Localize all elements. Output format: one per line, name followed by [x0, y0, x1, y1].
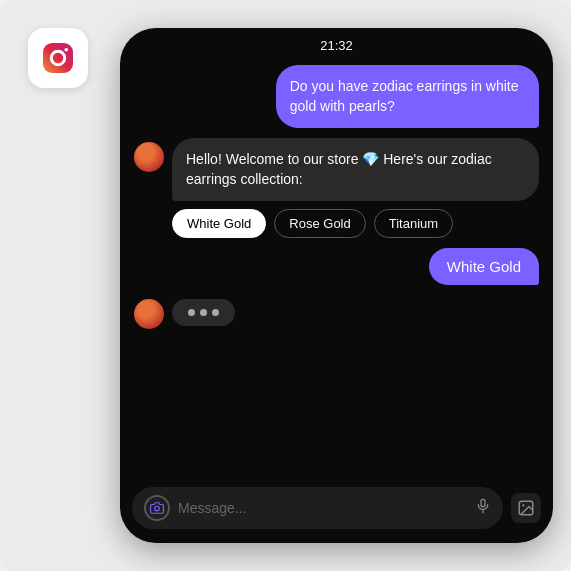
svg-rect-4	[481, 499, 485, 506]
pill-white-gold[interactable]: White Gold	[172, 209, 266, 238]
pill-rose-gold[interactable]: Rose Gold	[274, 209, 365, 238]
bot-avatar	[134, 142, 164, 172]
option-pills: White Gold Rose Gold Titanium	[172, 209, 539, 238]
typing-dot-3	[212, 309, 219, 316]
bot-message-row: Hello! Welcome to our store 💎 Here's our…	[134, 138, 539, 238]
input-bar: Message...	[120, 479, 553, 543]
status-time: 21:32	[320, 38, 353, 53]
bot-message: Hello! Welcome to our store 💎 Here's our…	[172, 138, 539, 201]
mic-icon[interactable]	[475, 498, 491, 518]
pill-titanium[interactable]: Titanium	[374, 209, 453, 238]
svg-point-7	[522, 504, 524, 506]
bot-content: Hello! Welcome to our store 💎 Here's our…	[172, 138, 539, 238]
phone-frame: 21:32 Do you have zodiac earrings in whi…	[120, 28, 553, 543]
media-icon[interactable]	[511, 493, 541, 523]
svg-point-3	[155, 506, 160, 511]
message-placeholder: Message...	[178, 500, 467, 516]
bot-avatar-typing	[134, 299, 164, 329]
typing-row	[134, 295, 539, 329]
svg-rect-0	[43, 43, 73, 73]
user-message: Do you have zodiac earrings in white gol…	[276, 65, 539, 128]
message-input-field[interactable]: Message...	[132, 487, 503, 529]
svg-point-2	[64, 48, 68, 52]
status-bar: 21:32	[120, 28, 553, 57]
user-reply-message: White Gold	[429, 248, 539, 285]
instagram-icon	[28, 28, 88, 88]
scene: 21:32 Do you have zodiac earrings in whi…	[0, 0, 571, 571]
typing-dot-2	[200, 309, 207, 316]
typing-dot-1	[188, 309, 195, 316]
typing-bubble	[172, 299, 235, 326]
camera-icon[interactable]	[144, 495, 170, 521]
chat-area: Do you have zodiac earrings in white gol…	[120, 57, 553, 479]
